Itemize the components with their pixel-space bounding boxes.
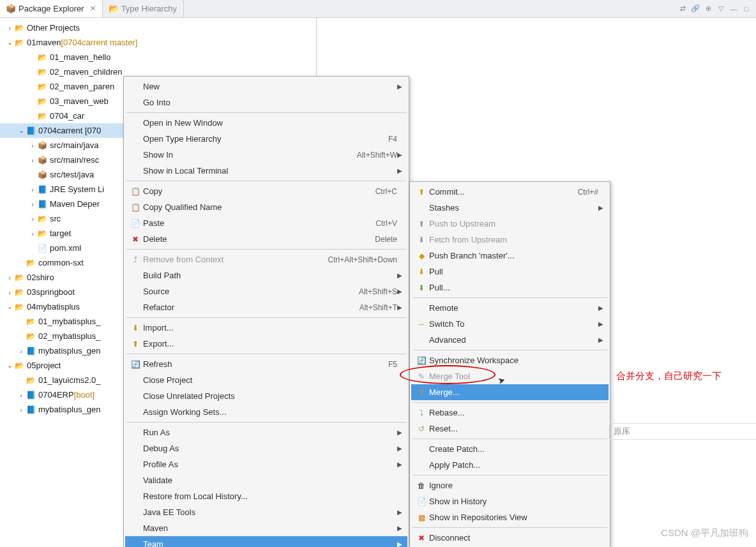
menu-item-pull[interactable]: ⬇Pull <box>411 264 609 280</box>
menu-item-reset[interactable]: ↺Reset... <box>411 421 609 437</box>
menu-item-open-in-new-window[interactable]: Open in New Window <box>125 115 407 131</box>
menu-item-team[interactable]: Team▶ <box>125 536 407 547</box>
menu-icon-empty <box>129 444 142 454</box>
menu-icon-empty <box>415 460 428 470</box>
caret-right-icon[interactable]: › <box>28 215 37 223</box>
menu-item-switch-to[interactable]: ↔Switch To▶ <box>411 316 609 332</box>
menu-item-new[interactable]: New▶ <box>125 79 407 94</box>
menu-item-validate[interactable]: Validate <box>125 472 407 488</box>
caret-down-icon[interactable]: ⌄ <box>17 126 26 135</box>
chevron-right-icon: ▶ <box>397 445 404 452</box>
menu-item-ignore[interactable]: 🗑Ignore <box>411 477 609 493</box>
menu-item-disconnect[interactable]: ✖Disconnect <box>411 530 609 546</box>
context-menu-team[interactable]: ⬆Commit...Ctrl+#Stashes▶⬆Push to Upstrea… <box>409 181 610 547</box>
caret-down-icon[interactable]: ⌄ <box>5 303 14 311</box>
menu-item-paste[interactable]: 📄PasteCtrl+V <box>125 215 407 231</box>
menu-item-go-into[interactable]: Go Into <box>125 94 407 110</box>
menu-item-build-path[interactable]: Build Path▶ <box>125 267 407 283</box>
folder-icon: 📂 <box>26 331 36 341</box>
menu-item-close-project[interactable]: Close Project <box>125 372 407 388</box>
menu-item-label: Validate <box>142 476 397 485</box>
menu-item-export[interactable]: ⬆Export... <box>125 336 407 352</box>
menu-item-label: Run As <box>142 428 397 437</box>
caret-right-icon[interactable]: › <box>5 24 14 32</box>
menu-item-close-unrelated-projects[interactable]: Close Unrelated Projects <box>125 388 407 404</box>
menu-item-delete[interactable]: ✖DeleteDelete <box>125 231 407 247</box>
menu-item-stashes[interactable]: Stashes▶ <box>411 200 609 216</box>
menu-item-run-as[interactable]: Run As▶ <box>125 424 407 440</box>
menu-item-maven[interactable]: Maven▶ <box>125 520 407 536</box>
hierarchy-icon: 📂 <box>109 4 118 13</box>
menu-icon[interactable]: ▽ <box>716 4 725 13</box>
close-icon[interactable]: ✕ <box>90 4 96 13</box>
menu-item-apply-patch[interactable]: Apply Patch... <box>411 457 609 473</box>
tree-item-label: mybatisplus_gen <box>38 346 101 356</box>
menu-item-pull[interactable]: ⬇Pull... <box>411 280 609 296</box>
caret-right-icon[interactable]: › <box>5 274 14 281</box>
java-icon: 📘 <box>37 184 47 195</box>
menu-item-profile-as[interactable]: Profile As▶ <box>125 456 407 472</box>
tab-type-hierarchy[interactable]: 📂 Type Hierarchy <box>103 0 184 17</box>
caret-down-icon[interactable]: ⌄ <box>5 361 14 370</box>
menu-item-show-in[interactable]: Show InAlt+Shift+W▶ <box>125 147 407 163</box>
menu-item-create-patch[interactable]: Create Patch... <box>411 441 609 457</box>
menu-item-icon: ⬇ <box>415 283 428 293</box>
focus-icon[interactable]: ⊕ <box>704 4 713 13</box>
maximize-icon[interactable]: □ <box>742 4 751 13</box>
menu-icon-empty <box>415 335 428 345</box>
java-icon: 📘 <box>26 346 36 356</box>
caret-right-icon[interactable]: › <box>17 391 26 399</box>
menu-item-show-in-history[interactable]: 📄Show in History <box>411 493 609 509</box>
menu-item-copy[interactable]: 📋CopyCtrl+C <box>125 183 407 199</box>
java-icon: 📘 <box>26 126 36 136</box>
menu-item-java-ee-tools[interactable]: Java EE Tools▶ <box>125 504 407 520</box>
menu-icon-empty <box>129 271 142 281</box>
caret-down-icon[interactable]: ⌄ <box>5 38 14 47</box>
menu-separator <box>412 350 607 350</box>
tree-item-label: JRE System Li <box>50 184 104 194</box>
link-icon[interactable]: 🔗 <box>691 4 700 13</box>
menu-item-refactor[interactable]: RefactorAlt+Shift+T▶ <box>125 299 407 315</box>
minimize-icon[interactable]: — <box>729 4 738 13</box>
menu-icon-empty <box>129 134 142 144</box>
menu-item-copy-qualified-name[interactable]: 📋Copy Qualified Name <box>125 199 407 215</box>
menu-item-restore-from-local-history[interactable]: Restore from Local History... <box>125 488 407 504</box>
menu-icon-empty <box>129 476 142 486</box>
menu-item-synchronize-workspace[interactable]: 🔄Synchronize Workspace <box>411 352 609 368</box>
menu-item-refresh[interactable]: 🔄RefreshF5 <box>125 356 407 372</box>
tab-package-explorer[interactable]: 📦 Package Explorer ✕ <box>0 0 103 17</box>
menu-item-remote[interactable]: Remote▶ <box>411 300 609 316</box>
caret-right-icon[interactable]: › <box>17 406 26 414</box>
menu-item-push-branch-master[interactable]: ◆Push Branch 'master'... <box>411 248 609 264</box>
menu-item-open-type-hierarchy[interactable]: Open Type HierarchyF4 <box>125 131 407 147</box>
menu-item-show-in-local-terminal[interactable]: Show in Local Terminal▶ <box>125 163 407 179</box>
menu-item-label: Close Project <box>142 375 397 385</box>
caret-right-icon[interactable]: › <box>17 347 26 355</box>
menu-item-label: Create Patch... <box>428 444 598 454</box>
caret-right-icon[interactable]: › <box>28 142 37 149</box>
tree-item[interactable]: ›📂Other Projects <box>0 20 316 35</box>
menu-item-show-in-repositories-view[interactable]: ▦Show in Repositories View <box>411 509 609 525</box>
caret-right-icon[interactable]: › <box>28 230 37 237</box>
tree-item[interactable]: ›📂01_maven_hello <box>0 50 316 64</box>
package-icon: 📦 <box>6 4 15 13</box>
context-menu-primary[interactable]: New▶Go IntoOpen in New WindowOpen Type H… <box>123 76 409 547</box>
menu-item-merge[interactable]: YMerge... <box>411 384 609 400</box>
collapse-icon[interactable]: ⇄ <box>678 4 687 13</box>
menu-item-assign-working-sets[interactable]: Assign Working Sets... <box>125 404 407 420</box>
menu-icon-empty <box>415 444 428 454</box>
menu-item-import[interactable]: ⬇Import... <box>125 320 407 336</box>
menu-item-commit[interactable]: ⬆Commit...Ctrl+# <box>411 184 609 200</box>
menu-item-label: Copy <box>142 186 363 196</box>
menu-item-debug-as[interactable]: Debug As▶ <box>125 440 407 456</box>
caret-right-icon[interactable]: › <box>28 186 37 193</box>
tree-item[interactable]: ⌄📂01maven [0704carrent master] <box>0 35 316 50</box>
caret-right-icon[interactable]: › <box>28 200 37 208</box>
caret-right-icon[interactable]: › <box>28 156 37 164</box>
menu-item-rebase[interactable]: ⤵Rebase... <box>411 405 609 421</box>
menu-item-source[interactable]: SourceAlt+Shift+S▶ <box>125 283 407 299</box>
caret-right-icon[interactable]: › <box>5 288 14 296</box>
menu-item-label: Source <box>142 287 346 296</box>
tree-item-label: 03_maven_web <box>50 96 109 106</box>
menu-item-advanced[interactable]: Advanced▶ <box>411 332 609 348</box>
